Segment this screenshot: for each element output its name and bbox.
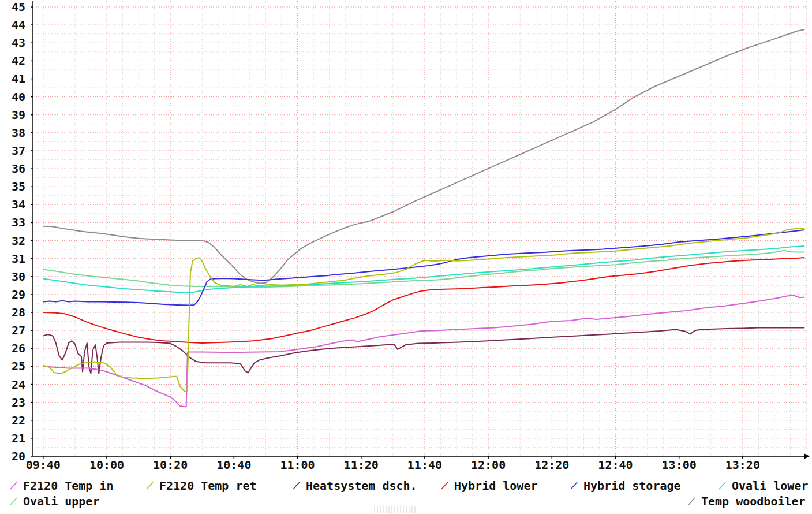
x-tick-label: 11:00 [280,458,315,472]
series-line-hybrid-lower [43,258,805,343]
axis-labels: 2021222324252627282930313233343536373839… [12,0,760,472]
series-line-ovali-lower [43,246,805,293]
x-tick-label: 12:20 [534,458,569,472]
grid-major [33,1,806,456]
series-line-temp-woodboiler [43,29,805,284]
y-tick-label: 36 [12,162,25,176]
y-tick-label: 43 [12,36,25,50]
y-tick-label: 38 [12,126,25,140]
series-line-heatsystem-dsch- [43,328,805,374]
y-tick-label: 45 [12,0,25,14]
y-tick-label: 29 [12,288,25,301]
y-tick-label: 24 [12,378,25,392]
y-tick-label: 39 [12,108,25,122]
legend-swatch-icon [292,481,301,491]
legend-label: F2120 Temp ret [159,479,257,493]
x-tick-label: 11:20 [344,458,379,472]
y-tick-label: 22 [12,414,25,427]
legend-swatch-icon [718,481,727,491]
y-tick-label: 28 [12,306,25,319]
legend-label: Ovali lower [732,479,808,493]
y-tick-label: 25 [12,359,25,373]
y-tick-label: 40 [12,90,25,104]
x-tick-label: 12:40 [598,458,633,472]
series-line-f2120-temp-in [43,296,805,407]
legend-swatch-icon [145,481,155,491]
x-tick-label: 12:00 [471,458,506,472]
y-tick-label: 34 [12,198,25,211]
legend-label: Ovali upper [23,494,99,508]
y-tick-label: 31 [12,252,25,266]
x-tick-label: 11:40 [407,458,442,472]
legend-item-hybrid-lower: Hybrid lower [440,479,538,493]
series-line-hybrid-storage [43,230,805,306]
watermark-artifact [374,506,417,513]
legend-item-hybrid-storage: Hybrid storage [570,479,681,493]
legend-item-ovali-lower: Ovali lower [718,479,808,493]
y-tick-label: 37 [12,144,25,158]
x-tick-label: 09:40 [26,458,61,472]
y-tick-label: 27 [12,323,25,337]
legend-item-f2120-temp-in: F2120 Temp in [9,479,114,493]
legend-item-temp-woodboiler: Temp woodboiler [687,494,806,508]
line-chart: 2021222324252627282930313233343536373839… [0,0,812,478]
legend-swatch-icon [9,496,18,506]
y-tick-label: 41 [12,72,25,85]
legend-label: Hybrid lower [454,479,538,493]
series-line-ovali-upper [43,251,805,288]
x-tick-label: 10:00 [89,458,124,472]
x-tick-label: 13:00 [662,458,697,472]
y-tick-label: 35 [12,180,25,193]
y-tick-label: 26 [12,341,25,355]
y-tick-label: 20 [12,449,25,463]
legend-item-ovali-upper: Ovali upper [9,494,99,508]
legend-swatch-icon [687,496,697,506]
y-tick-label: 30 [12,270,25,284]
legend-item-f2120-temp-ret: F2120 Temp ret [145,479,257,493]
legend-swatch-icon [570,481,579,491]
grid-minor [33,1,806,456]
x-tick-label: 10:20 [153,458,188,472]
y-tick-label: 23 [12,396,25,409]
legend-label: F2120 Temp in [23,479,114,493]
legend-label: Hybrid storage [583,479,681,493]
y-tick-label: 44 [12,18,25,32]
y-tick-label: 32 [12,234,25,248]
legend-swatch-icon [440,481,450,491]
y-tick-label: 21 [12,431,25,445]
x-tick-label: 13:20 [725,458,760,472]
legend-item-heatsystem-dsch: Heatsystem dsch. [292,479,417,493]
legend-label: Temp woodboiler [701,494,806,508]
temperature-chart-screenshot: 2021222324252627282930313233343536373839… [0,0,812,514]
legend-label: Heatsystem dsch. [306,479,417,493]
y-tick-label: 33 [12,215,25,229]
y-tick-label: 42 [12,54,25,68]
legend-swatch-icon [9,481,18,491]
x-tick-label: 10:40 [216,458,251,472]
x-axis-arrow-icon [804,454,810,459]
